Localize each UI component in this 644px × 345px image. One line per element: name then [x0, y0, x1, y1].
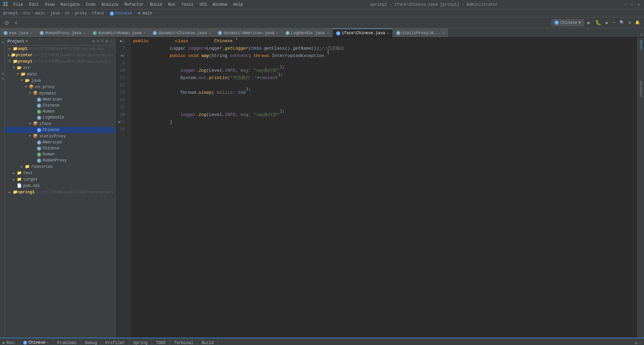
breadcrumb-method[interactable]: ⚙ main: [138, 11, 152, 16]
tab-close[interactable]: ✕: [327, 31, 329, 35]
tree-item-static-american[interactable]: ▶ C American: [5, 139, 115, 145]
bottom-tab-problems[interactable]: Problems: [53, 339, 81, 345]
tab-humanproxy-java[interactable]: C HumanProxy.java ✕: [36, 28, 89, 37]
menu-code[interactable]: Code: [83, 2, 98, 8]
tree-item-staticproxy[interactable]: ▼ 📦 staticProxy: [5, 133, 115, 139]
menu-help[interactable]: Help: [230, 2, 246, 8]
project-panel-settings-icon[interactable]: ⚙: [106, 39, 108, 44]
tab-iface-chinese[interactable]: C iface\Chinese.java ✕: [333, 28, 393, 37]
maximize-button[interactable]: □: [629, 2, 635, 7]
tree-item-humanproxy[interactable]: ▶ C HumanProxy: [5, 157, 115, 163]
menu-vcs[interactable]: VCS: [197, 2, 210, 8]
more-run-options-button[interactable]: ⋯: [612, 19, 617, 26]
bottom-tab-build[interactable]: Build: [198, 339, 218, 345]
close-button[interactable]: ✕: [636, 2, 641, 7]
search-everywhere-button[interactable]: 🔍: [618, 19, 626, 26]
bottom-tab-debug[interactable]: Debug: [81, 339, 101, 345]
project-panel-close-icon[interactable]: —: [110, 39, 112, 44]
project-panel-expand-icon[interactable]: ≡: [97, 39, 99, 44]
menu-tools[interactable]: Tools: [179, 2, 196, 8]
tab-close[interactable]: ✕: [209, 31, 211, 35]
database-panel-icon[interactable]: Database: [639, 80, 643, 98]
breadcrumb-src[interactable]: src: [23, 11, 30, 16]
menu-run[interactable]: Run: [165, 2, 178, 8]
bottom-tab-spring[interactable]: Spring: [129, 339, 152, 345]
tab-close[interactable]: ✕: [144, 31, 146, 35]
menu-file[interactable]: File: [11, 2, 26, 8]
tab-dynamic-human[interactable]: I dynamic\Human.java ✕: [89, 28, 150, 37]
tree-item-dynamic-human[interactable]: ▶ I Human: [5, 109, 115, 115]
minimize-button[interactable]: —: [623, 2, 628, 7]
menu-view[interactable]: View: [42, 2, 57, 8]
project-panel-collapse-icon[interactable]: ≡: [101, 39, 103, 44]
run-with-coverage-button[interactable]: ▶: [604, 19, 610, 26]
tab-loghandle[interactable]: C LogHandle.java ✕: [282, 28, 333, 37]
bottom-hide-icon[interactable]: —: [639, 340, 641, 345]
code-editor[interactable]: ▶ 6 7 ◀ 8 9 10 11 12 13 14 15 16 ◀ 17: [115, 38, 637, 338]
breadcrumb-chinese[interactable]: CChinese: [109, 11, 132, 16]
menu-refactor[interactable]: Refactor: [122, 2, 147, 8]
tab-ese-java[interactable]: C ese.java ✕: [0, 28, 36, 37]
project-panel-locate-icon[interactable]: ⊕: [92, 39, 95, 44]
tree-item-aop1[interactable]: ▶ 📁 aop1 D:\大三下学期java学习\实训\spring\aop: [5, 46, 115, 52]
tree-item-cn-proxy[interactable]: ▼ 📦 cn.proxy: [5, 84, 115, 90]
tree-item-proxy1[interactable]: ▼ 📁 proxy1 D:\大三下学期java学习\实训\spring\spri: [5, 58, 115, 65]
bottom-tab-todo[interactable]: TODO: [152, 339, 170, 345]
tab-close[interactable]: ✕: [31, 31, 33, 35]
tree-item-resources[interactable]: ▶ 📁 resources: [5, 163, 115, 170]
breadcrumb-main[interactable]: main: [35, 11, 45, 16]
tree-item-iface-chinese[interactable]: ▶ C Chinese: [5, 127, 115, 133]
run-line-6-icon[interactable]: ▶: [120, 38, 122, 45]
tree-item-loghandle[interactable]: ▶ C LogHandle: [5, 115, 115, 121]
bottom-tab-terminal[interactable]: Terminal: [170, 339, 198, 345]
maven-panel-icon[interactable]: Maven: [639, 39, 643, 52]
bottom-tab-run[interactable]: C Chinese ✕: [19, 339, 53, 345]
tree-item-src[interactable]: ▼ 📂 src: [5, 65, 115, 71]
tree-item-target[interactable]: ▶ 📁 target: [5, 176, 115, 183]
tab-dynamic-chinese[interactable]: C dynamic\Chinese.java ✕: [149, 28, 214, 37]
tab-close[interactable]: ✕: [387, 31, 389, 35]
tree-item-pom-xml[interactable]: ▶ 📄 pom.xml: [5, 183, 115, 189]
tree-item-spring1[interactable]: ▶ 📁 spring1 D:\大三下学期java学习\实训\spring\spr…: [5, 189, 115, 195]
tree-item-dynamic[interactable]: ▼ 📦 dynamic: [5, 90, 115, 96]
menu-analyze[interactable]: Analyze: [99, 2, 121, 8]
tree-item-test[interactable]: ▶ 📁 test: [5, 170, 115, 176]
tree-item-main[interactable]: ▼ 📂 main: [5, 71, 115, 77]
tree-item-dynamic-american[interactable]: ▶ C American: [5, 96, 115, 102]
run-button[interactable]: ▶: [586, 19, 592, 26]
tree-item-printer[interactable]: ▶ 📁 printer D:\大三下学期java学习\实训\spring\pri…: [5, 52, 115, 58]
code-content[interactable]: public class Chinese { Logger logger=Log…: [130, 38, 637, 338]
tree-item-dynamic-chinese[interactable]: ▶ C Chinese: [5, 102, 115, 109]
vcs-update-button[interactable]: [3, 19, 11, 26]
tab-dynamic-american[interactable]: C dynamic\American.java ✕: [214, 28, 282, 37]
tab-staticproxy[interactable]: C staticProxy\A... ✕: [393, 28, 448, 37]
menu-window[interactable]: Window: [210, 2, 230, 8]
breadcrumb-java[interactable]: java: [50, 11, 60, 16]
breadcrumb-proxy1[interactable]: proxy1: [3, 11, 18, 16]
project-panel-dropdown[interactable]: ▼: [25, 40, 28, 44]
menu-build[interactable]: Build: [147, 2, 165, 8]
settings-button[interactable]: ⚙: [627, 19, 632, 26]
structure-panel-icon[interactable]: S: [0, 72, 4, 76]
notifications-button[interactable]: 🔔: [634, 19, 641, 26]
tab-close-icon[interactable]: ✕: [47, 341, 49, 345]
bottom-tab-profiler[interactable]: Profiler: [101, 339, 129, 345]
breadcrumb-iface[interactable]: iface: [92, 11, 104, 16]
run-config-selector[interactable]: C Chinese ▼: [551, 19, 584, 26]
tree-item-static-human[interactable]: ▶ I Human: [5, 151, 115, 157]
back-button[interactable]: [12, 19, 20, 26]
bottom-settings-icon[interactable]: ⚙: [635, 340, 637, 345]
breadcrumb-proxy[interactable]: proxy: [75, 11, 87, 16]
tree-item-static-chinese[interactable]: ▶ C Chinese: [5, 145, 115, 151]
debug-button[interactable]: 🐛: [594, 19, 602, 26]
tree-item-java[interactable]: ▼ 📂 java: [5, 77, 115, 84]
breadcrumb-cn[interactable]: cn: [65, 11, 69, 16]
tab-close[interactable]: ✕: [84, 31, 86, 35]
favorites-panel-icon[interactable]: F: [0, 76, 4, 81]
menu-edit[interactable]: Edit: [26, 2, 42, 8]
tree-item-iface[interactable]: ▼ 📦 iface: [5, 121, 115, 127]
project-panel-icon[interactable]: P: [0, 40, 4, 45]
tab-close[interactable]: ✕: [276, 31, 278, 35]
menu-navigate[interactable]: Navigate: [58, 2, 83, 8]
tab-close[interactable]: ✕: [442, 31, 444, 35]
